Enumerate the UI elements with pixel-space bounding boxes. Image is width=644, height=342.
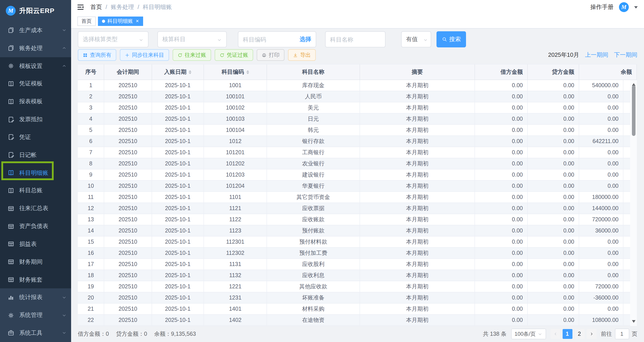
scroll-up-icon[interactable] — [632, 81, 635, 86]
accounting-type-select[interactable]: 选择核算类型 — [78, 31, 148, 48]
query-all-button[interactable]: 查询所有 — [78, 49, 116, 61]
table-row[interactable]: 102025102025-10-1101204华夏银行本月期初0.000.000… — [78, 180, 637, 192]
sidebar-item-income-statement[interactable]: 损益表 — [0, 235, 71, 253]
tab-home[interactable]: 首页 — [77, 16, 96, 26]
prev-period-link[interactable]: 上一期间 — [585, 51, 608, 59]
breadcrumb-item: 科目明细账 — [143, 3, 172, 11]
page-size-select[interactable]: 100条/页 — [511, 328, 546, 339]
search-button[interactable]: 搜索 — [436, 31, 466, 48]
sidebar-collapse-icon[interactable] — [77, 3, 84, 10]
page-buttons: 12 — [550, 329, 596, 339]
table-row[interactable]: 182025102025-10-11132应收利息本月期初0.000.000.0… — [78, 270, 637, 281]
subject-code-input[interactable] — [243, 36, 300, 43]
next-page-button[interactable] — [586, 329, 596, 339]
sidebar-item-subject-detail-ledger[interactable]: 科目明细账 — [0, 164, 71, 182]
cell-code: 1121 — [204, 203, 267, 214]
sidebar-item-production-cost[interactable]: 生产成本 — [0, 22, 71, 39]
table-row[interactable]: 72025102025-10-1101201工商银行本月期初0.000.000.… — [78, 147, 637, 158]
sidebar-item-current-summary-table[interactable]: 往来汇总表 — [0, 200, 71, 218]
table-row[interactable]: 112025102025-10-11101其它货币资金本月期初0.000.001… — [78, 192, 637, 203]
close-icon[interactable]: × — [136, 18, 139, 24]
user-menu-caret-icon[interactable] — [634, 6, 638, 10]
scrollbar-thumb[interactable] — [632, 86, 635, 136]
export-button[interactable]: 导出 — [288, 49, 316, 61]
doc-edit-icon — [8, 134, 14, 140]
table-row[interactable]: 122025102025-10-11121应收票据本月期初0.000.00144… — [78, 203, 637, 214]
next-period-link[interactable]: 下一期间 — [614, 51, 637, 59]
table-row[interactable]: 222025102025-10-11402在途物资本月期初0.000.00108… — [78, 315, 637, 326]
sidebar-item-system-management[interactable]: 系统管理 — [0, 306, 71, 324]
sort-icon[interactable] — [246, 68, 249, 75]
table-row[interactable]: 152025102025-10-1112301预付材料款本月期初0.000.00… — [78, 236, 637, 248]
sort-icon[interactable] — [189, 68, 192, 75]
column-header-date[interactable]: 入账日期 — [152, 64, 204, 80]
sidebar-item-journal[interactable]: 日记帐 — [0, 146, 71, 164]
voucher-posting-button[interactable]: 凭证过账 — [215, 49, 253, 61]
cell-credit: 0.00 — [528, 136, 579, 147]
value-filter-select[interactable]: 有值 — [401, 31, 431, 48]
cell-balance: 0.00 — [579, 236, 624, 247]
accounting-subject-select[interactable]: 核算科目 — [158, 31, 227, 48]
print-button[interactable]: 打印 — [257, 49, 284, 61]
table-row[interactable]: 192025102025-10-11221其他应收款本月期初0.000.0072… — [78, 281, 637, 292]
cell-seq: 6 — [78, 136, 104, 147]
button-label: 导出 — [300, 51, 311, 59]
manual-link[interactable]: 操作手册 — [590, 3, 614, 11]
sidebar-item-voucher-template[interactable]: 凭证模板 — [0, 75, 71, 93]
subject-code-choose-link[interactable]: 选择 — [300, 35, 311, 43]
cell-code: 101203 — [204, 170, 267, 180]
breadcrumb-item[interactable]: 首页 — [90, 3, 102, 11]
scroll-down-icon[interactable] — [632, 320, 635, 324]
sidebar-item-report-template[interactable]: 报表模板 — [0, 93, 71, 111]
table-row[interactable]: 82025102025-10-1101202农业银行本月期初0.000.000.… — [78, 158, 637, 170]
cell-period: 202510 — [104, 91, 152, 102]
button-label: 凭证过账 — [227, 51, 248, 59]
table-icon — [8, 205, 14, 212]
cell-balance: 36000.00 — [579, 225, 624, 236]
sidebar-item-voucher[interactable]: 凭证 — [0, 128, 71, 146]
subject-name-input[interactable] — [330, 36, 380, 43]
table-row[interactable]: 32025102025-10-1100102美元本月期初0.000.000.00 — [78, 102, 637, 114]
prev-page-button[interactable] — [550, 329, 560, 339]
sidebar-item-template-settings[interactable]: 模板设置 — [0, 57, 71, 75]
table-row[interactable]: 212025102025-10-11401材料采购本月期初0.000.000.0… — [78, 304, 637, 315]
table-row[interactable]: 42025102025-10-1100103日元本月期初0.000.000.00 — [78, 114, 637, 125]
sidebar-item-financial-period[interactable]: 财务期间 — [0, 253, 71, 271]
page-button-1[interactable]: 1 — [562, 329, 572, 339]
current-posting-button[interactable]: 往来过账 — [173, 49, 211, 61]
table-row[interactable]: 52025102025-10-1100104韩元本月期初0.000.000.00 — [78, 125, 637, 136]
table-row[interactable]: 132025102025-10-11122应收账款本月期初0.000.00720… — [78, 214, 637, 225]
cell-credit: 0.00 — [528, 180, 579, 191]
table-row[interactable]: 92025102025-10-1101203建设银行本月期初0.000.000.… — [78, 170, 637, 180]
table-row[interactable]: 202025102025-10-11231坏账准备本月期初0.000.00-36… — [78, 292, 637, 304]
column-header-code[interactable]: 科目编码 — [204, 64, 267, 80]
sidebar-item-subject-general-ledger[interactable]: 科目总账 — [0, 182, 71, 200]
tab-subject-detail-ledger[interactable]: 科目明细账× — [98, 16, 143, 26]
sidebar-item-balance-sheet[interactable]: 资产负债表 — [0, 217, 71, 235]
cell-period: 202510 — [104, 136, 152, 147]
sidebar-item-system-tools[interactable]: 系统工具 — [0, 324, 71, 342]
sidebar-item-statistics-report[interactable]: 统计报表 — [0, 288, 71, 306]
cell-seq: 20 — [78, 292, 104, 303]
chev-down-icon — [553, 332, 558, 336]
cell-name: 韩元 — [267, 125, 360, 136]
accounting-subject-placeholder: 核算科目 — [162, 35, 186, 43]
cell-period: 202510 — [104, 214, 152, 225]
sync-current-subjects-button[interactable]: 同步往来科目 — [120, 49, 169, 61]
page-button-2[interactable]: 2 — [574, 329, 584, 339]
table-row[interactable]: 162025102025-10-1112302预付加工费本月期初0.000.00… — [78, 248, 637, 259]
table-row[interactable]: 62025102025-10-11012银行存款本月期初0.000.006422… — [78, 136, 637, 147]
sidebar-item-accounting-processing[interactable]: 账务处理 — [0, 39, 71, 57]
cell-credit: 0.00 — [528, 125, 579, 136]
sidebar-item-financial-account-set[interactable]: 财务账套 — [0, 271, 71, 288]
avatar[interactable]: M — [619, 2, 629, 12]
sidebar-item-invoice-deduction[interactable]: 发票抵扣 — [0, 110, 71, 128]
table-row[interactable]: 142025102025-10-11123预付账款本月期初0.000.00360… — [78, 225, 637, 236]
cell-seq: 7 — [78, 147, 104, 158]
table-row[interactable]: 22025102025-10-1100101人民币本月期初0.000.000.0… — [78, 91, 637, 102]
goto-page-input[interactable] — [615, 328, 629, 339]
table-scrollbar[interactable] — [630, 80, 637, 326]
table-row[interactable]: 172025102025-10-11131应收股利本月期初0.000.000.0… — [78, 259, 637, 270]
main-area: 首页/账务处理/科目明细账 操作手册 M 首页科目明细账× 选择核算类型 核算科… — [71, 0, 644, 342]
table-row[interactable]: 12025102025-10-11001库存现金本月期初0.000.005400… — [78, 80, 637, 91]
